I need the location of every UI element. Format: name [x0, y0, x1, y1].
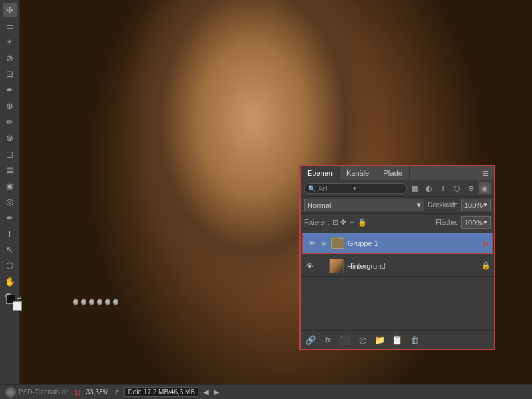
brush-tool[interactable]: ✏: [3, 114, 17, 129]
layer-item-hintergrund[interactable]: 👁 Hintergrund 🔒: [301, 255, 494, 277]
hand-tool[interactable]: ✋: [3, 274, 17, 289]
shape-filter-icon[interactable]: ⬡: [451, 182, 463, 194]
doc-info[interactable]: Dok: 17,2 MB/46,3 MB: [124, 387, 198, 397]
mask-button[interactable]: ⬛: [338, 333, 352, 346]
tab-ebenen[interactable]: Ebenen: [301, 166, 340, 180]
blur-tool[interactable]: ◉: [3, 178, 17, 193]
panel-menu-button[interactable]: ☰: [477, 167, 494, 180]
fix-icons: ⊡ ✥ ↔ 🔒: [332, 218, 367, 227]
layer-thumb-hintergrund: [329, 259, 344, 273]
crop-tool[interactable]: ⊡: [3, 66, 17, 81]
dodge-tool[interactable]: ◎: [3, 194, 17, 209]
opacity-arrow: ▾: [483, 201, 487, 209]
zoom-level: 33,33%: [86, 388, 109, 396]
layer-eye-gruppe1[interactable]: 👁: [306, 238, 317, 249]
site-label: PSD-Tutorials.de: [19, 388, 69, 396]
link-button[interactable]: 🔗: [304, 333, 317, 346]
layer-eye-hintergrund[interactable]: 👁: [304, 261, 315, 271]
type-tool[interactable]: T: [3, 226, 17, 241]
opacity-label: Deckkraft:: [428, 201, 458, 209]
layer-name-gruppe1: Gruppe 1: [348, 239, 479, 247]
heal-tool[interactable]: ⊕: [3, 98, 17, 113]
adjust-filter-icon[interactable]: ◐: [423, 182, 435, 194]
delete-button[interactable]: 🗑: [408, 333, 421, 346]
fix-row: Fixieren: ⊡ ✥ ↔ 🔒 Fläche: 100% ▾: [301, 214, 494, 231]
logo-area: PSD-Tutorials.de: [5, 387, 69, 398]
quick-select-tool[interactable]: ⊘: [3, 51, 17, 65]
smartobj-filter-icon[interactable]: ⊕: [465, 182, 477, 194]
nav-next[interactable]: ▶: [214, 388, 219, 396]
blend-mode-select[interactable]: Normal ▾: [304, 199, 424, 211]
left-toolbar: ✣ ▭ ⌖ ⊘ ⊡ ✒ ⊕ ✏ ⊗ ◻ ▤ ◉ ◎ ✒ T ↖ ⬡ ✋ 🔍 ⇄: [0, 0, 20, 384]
layer-list-empty: [301, 277, 494, 330]
group-button[interactable]: 📁: [373, 333, 386, 346]
search-dropdown-arrow[interactable]: ▾: [353, 185, 356, 192]
background-color[interactable]: [13, 301, 22, 311]
layer-folder-thumb-gruppe1: [331, 238, 344, 249]
layer-item-gruppe1[interactable]: 👁 ▶ Gruppe 1 1): [302, 233, 493, 254]
panel-tab-bar: Ebenen Kanäle Pfade ☰: [301, 166, 494, 180]
new-layer-button[interactable]: 📋: [390, 333, 404, 346]
shape-tool[interactable]: ⬡: [3, 258, 17, 273]
fx-button[interactable]: fx: [321, 333, 334, 346]
necklace-decoration: [73, 299, 118, 305]
swap-colors-icon[interactable]: ⇄: [17, 295, 22, 301]
filter-toggle[interactable]: ◉: [479, 182, 491, 194]
move-tool[interactable]: ✣: [3, 3, 17, 17]
select-rect-tool[interactable]: ▭: [3, 19, 17, 33]
search-field-container: 🔍 ▾: [304, 183, 407, 194]
pixel-filter-icon[interactable]: ▦: [409, 182, 421, 194]
fix-position-icon[interactable]: ↔: [348, 218, 356, 227]
panel-search-bar: 🔍 ▾ ▦ ◐ T ⬡ ⊕ ◉: [301, 180, 494, 197]
eyedropper-tool[interactable]: ✒: [3, 82, 17, 97]
status-bar: PSD-Tutorials.de 1) 33,33% ↗ Dok: 17,2 M…: [0, 384, 532, 399]
adjustment-button[interactable]: ◎: [356, 333, 369, 346]
stamp-tool[interactable]: ⊗: [3, 130, 17, 145]
fix-label: Fixieren:: [304, 219, 329, 226]
lasso-tool[interactable]: ⌖: [3, 35, 17, 49]
type-filter-icon[interactable]: T: [437, 182, 449, 194]
fix-pixel-icon[interactable]: ⊡: [332, 218, 338, 227]
blend-mode-arrow: ▾: [417, 201, 421, 209]
fix-transform-icon[interactable]: ✥: [340, 218, 346, 227]
layer-list: 👁 ▶ Gruppe 1 1) 👁 Hintergrund 🔒: [301, 233, 494, 330]
opacity-input[interactable]: 100% ▾: [461, 199, 491, 211]
status-number-label: 1): [74, 388, 81, 396]
path-select-tool[interactable]: ↖: [3, 242, 17, 257]
eraser-tool[interactable]: ◻: [3, 146, 17, 161]
color-swatches[interactable]: ⇄: [6, 295, 22, 311]
tab-pfade[interactable]: Pfade: [376, 166, 410, 180]
nav-prev[interactable]: ◀: [203, 388, 209, 396]
layer-number-gruppe1: 1): [482, 239, 489, 247]
tab-kanaele[interactable]: Kanäle: [340, 166, 376, 180]
layer-lock-hintergrund: 🔒: [481, 261, 491, 270]
gradient-tool[interactable]: ▤: [3, 162, 17, 177]
fix-lock-icon[interactable]: 🔒: [358, 218, 367, 227]
blend-mode-label: Normal: [307, 201, 331, 209]
blend-opacity-row: Normal ▾ Deckkraft: 100% ▾: [301, 197, 494, 214]
pen-tool[interactable]: ✒: [3, 210, 17, 225]
panel-bottom-bar: 🔗 fx ⬛ ◎ 📁 📋 🗑: [301, 330, 494, 349]
layer-name-hintergrund: Hintergrund: [347, 262, 478, 270]
flaeche-label: Fläche:: [436, 219, 458, 226]
layer-expand-gruppe1[interactable]: ▶: [320, 239, 328, 247]
logo-icon: [5, 387, 16, 398]
flaeche-arrow: ▾: [483, 218, 487, 227]
layers-panel: Ebenen Kanäle Pfade ☰ 🔍 ▾ ▦ ◐ T ⬡ ⊕ ◉ No…: [299, 165, 495, 350]
search-icon: 🔍: [308, 185, 316, 192]
search-input[interactable]: [318, 184, 351, 192]
export-icon[interactable]: ↗: [114, 388, 119, 396]
flaeche-input[interactable]: 100% ▾: [461, 216, 491, 229]
